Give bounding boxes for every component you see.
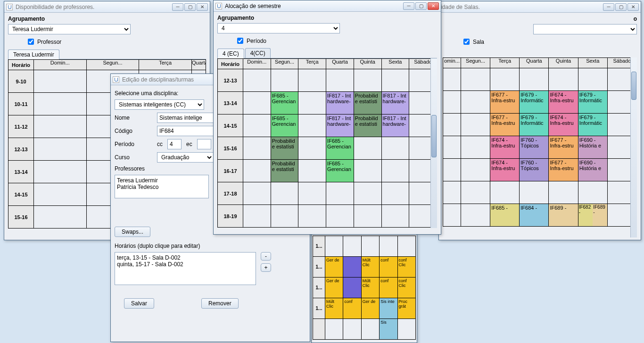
window-mini: 1... 1... Ger de Múlt Clic conf conf Cli… [311,235,417,343]
maximize-button[interactable]: ▢ [184,3,196,11]
tab-teresa[interactable]: Teresa Ludermir [8,49,59,59]
professor-checkbox[interactable] [28,39,34,45]
horarios-list[interactable]: terça, 13-15 - Sala D-002 quinta, 15-17 … [115,252,256,285]
minimize-button[interactable]: ─ [403,2,414,10]
periodo-cc-field[interactable] [167,139,182,149]
java-icon [215,3,222,9]
scrollbar[interactable] [430,58,437,228]
minimize-button[interactable]: ─ [603,3,614,11]
close-button[interactable]: ✕ [428,2,439,10]
list-item[interactable]: terça, 13-15 - Sala D-002 [117,254,254,261]
java-icon [113,76,119,83]
periodo-ec-field[interactable] [197,139,211,149]
codigo-field[interactable] [157,126,214,136]
scrollbar[interactable] [630,57,637,237]
titlebar-salas[interactable]: idade de Salas. ─ ▢ ✕ [439,1,641,13]
alocacao-grid: Horário Domin... Segun... Terça Quarta Q… [217,58,437,228]
sala-check-label: Sala [473,39,484,45]
add-horario-button[interactable]: + [261,263,271,272]
remove-horario-button[interactable]: - [261,252,271,261]
window-salas: idade de Salas. ─ ▢ ✕ o Sala omin... Seg… [438,1,641,240]
disciplina-select[interactable]: Sistemas inteligentes (CC) [115,99,204,110]
list-item[interactable]: Patrícia Tedesco [117,184,206,190]
maximize-button[interactable]: ▢ [615,3,627,11]
sala-select[interactable] [533,24,637,34]
professor-select[interactable]: Teresa Ludermir [8,24,131,34]
java-icon [6,4,13,10]
titlebar-alocacao[interactable]: Alocação de semestre ─ ▢ ✕ [214,0,441,12]
list-item[interactable]: quinta, 15-17 - Sala D-002 [117,261,254,268]
group-label: Agrupamento [8,15,206,24]
professor-check-label: Professor [37,39,61,45]
maximize-button[interactable]: ▢ [415,2,427,10]
sala-checkbox[interactable] [463,39,470,45]
swaps-button[interactable]: Swaps... [115,227,150,237]
group-label: Agrupamento [217,14,437,23]
list-item[interactable]: Teresa Ludermir [117,177,206,184]
periodo-select[interactable]: 4 [217,23,340,33]
professores-list[interactable]: Teresa Ludermir Patrícia Tedesco [115,175,209,198]
minimize-button[interactable]: ─ [172,3,183,11]
remover-button[interactable]: Remover [201,298,239,309]
periodo-checkbox[interactable] [237,38,243,44]
mini-grid: 1... 1... Ger de Múlt Clic conf conf Cli… [313,236,416,340]
periodo-check-label: Período [247,38,266,44]
close-button[interactable]: ✕ [627,3,639,11]
nome-field[interactable] [157,113,214,123]
salas-grid: omin... Segun... Terça Quarta Quinta Sex… [443,57,637,227]
curso-select[interactable]: Graduação [157,152,214,163]
window-alocacao: Alocação de semestre ─ ▢ ✕ Agrupamento 4… [213,0,441,235]
tab-4cc[interactable]: 4(CC) [245,48,271,58]
title-alocacao: Alocação de semestre [225,3,403,9]
salvar-button[interactable]: Salvar [124,298,154,309]
title-salas: idade de Salas. [441,4,603,10]
title-professores: Disponibilidade de professores. [16,4,172,10]
close-button[interactable]: ✕ [197,3,208,11]
titlebar-professores[interactable]: Disponibilidade de professores. ─ ▢ ✕ [4,1,210,13]
tab-4ec[interactable]: 4 (EC) [217,49,244,58]
